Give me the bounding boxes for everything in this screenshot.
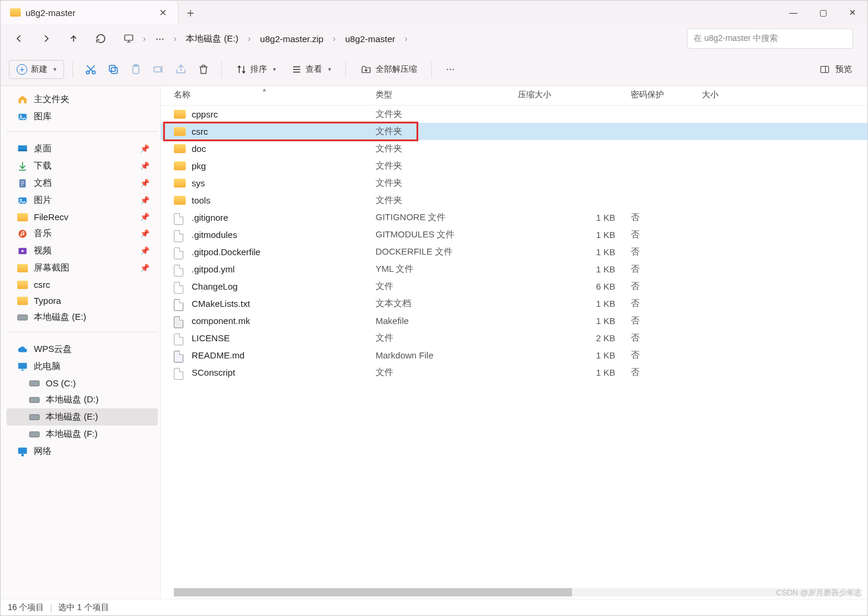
sidebar-item[interactable]: 屏幕截图📌 — [7, 259, 158, 277]
row-compressed-size: 2 KB — [518, 333, 631, 343]
breadcrumb-seg-2[interactable]: u8g2-master — [341, 31, 400, 46]
sidebar-item[interactable]: WPS云盘 — [7, 341, 158, 358]
svg-rect-7 — [154, 66, 161, 71]
table-row[interactable]: .gitignoreGITIGNORE 文件1 KB否 — [161, 209, 867, 226]
chevron-right-icon[interactable]: › — [246, 34, 253, 43]
row-name: .gitmodules — [192, 230, 237, 240]
sidebar-item[interactable]: 网络 — [7, 443, 158, 460]
sidebar-item[interactable]: 图库 — [7, 108, 158, 125]
minimize-button[interactable]: — — [778, 1, 808, 24]
copy-icon[interactable] — [104, 60, 123, 79]
table-row[interactable]: pkg文件夹 — [161, 157, 867, 174]
column-compressed-size[interactable]: 压缩大小 — [518, 90, 631, 100]
sidebar-item[interactable]: 桌面📌 — [7, 140, 158, 157]
row-type: Markdown File — [376, 350, 518, 360]
table-row[interactable]: SConscript文件1 KB否 — [161, 364, 867, 381]
column-name[interactable]: 名称▴ — [174, 90, 376, 100]
sidebar-item-label: 网络 — [34, 446, 52, 457]
row-compressed-size: 1 KB — [518, 230, 631, 240]
folder-icon — [17, 296, 28, 306]
row-type: 文件夹 — [376, 143, 518, 154]
sidebar-item[interactable]: 本地磁盘 (F:) — [7, 426, 158, 443]
table-row[interactable]: tools文件夹 — [161, 192, 867, 209]
table-row[interactable]: .gitmodulesGITMODULES 文件1 KB否 — [161, 226, 867, 243]
row-type: 文件 — [376, 281, 518, 292]
sidebar-item[interactable]: 本地磁盘 (E:) — [7, 408, 158, 426]
table-row[interactable]: component.mkMakefile1 KB否 — [161, 312, 867, 329]
table-row[interactable]: doc文件夹 — [161, 140, 867, 157]
column-password[interactable]: 密码保护 — [631, 90, 702, 100]
row-type: 文件夹 — [376, 160, 518, 172]
sidebar-item[interactable]: 主文件夹 — [7, 91, 158, 108]
table-row[interactable]: cppsrc文件夹 — [161, 106, 867, 123]
sidebar-item[interactable]: OS (C:) — [7, 375, 158, 391]
row-type: 文件夹 — [376, 177, 518, 189]
table-row[interactable]: .gitpod.DockerfileDOCKERFILE 文件1 KB否 — [161, 243, 867, 261]
preview-pane-button[interactable]: 预览 — [812, 61, 859, 78]
sort-button[interactable]: 排序 ▾ — [230, 61, 282, 78]
close-tab-icon[interactable]: ✕ — [157, 7, 168, 18]
sidebar-item[interactable]: FileRecv📌 — [7, 209, 158, 225]
table-row[interactable]: LICENSE文件2 KB否 — [161, 329, 867, 347]
table-row[interactable]: sys文件夹 — [161, 174, 867, 192]
maximize-button[interactable]: ▢ — [808, 1, 838, 24]
sidebar-item[interactable]: 音乐📌 — [7, 225, 158, 242]
table-row[interactable]: README.mdMarkdown File1 KB否 — [161, 347, 867, 364]
row-compressed-size: 1 KB — [518, 316, 631, 326]
rename-icon[interactable] — [149, 60, 168, 79]
sidebar-item[interactable]: 图片📌 — [7, 192, 158, 209]
column-size[interactable]: 大小 — [702, 90, 867, 100]
sidebar-item[interactable]: 视频📌 — [7, 242, 158, 259]
table-row[interactable]: ChangeLog文件6 KB否 — [161, 278, 867, 295]
sidebar-item[interactable]: 下载📌 — [7, 157, 158, 174]
desktop-icon — [17, 144, 28, 154]
chevron-right-icon[interactable]: › — [402, 34, 410, 43]
cut-icon[interactable] — [81, 60, 100, 79]
close-window-button[interactable]: ✕ — [838, 1, 867, 24]
sidebar-item[interactable]: Typora — [7, 293, 158, 309]
sidebar-item[interactable]: 文档📌 — [7, 174, 158, 192]
row-password: 否 — [631, 367, 702, 378]
table-row[interactable]: CMakeLists.txt文本文档1 KB否 — [161, 295, 867, 312]
horizontal-scrollbar[interactable] — [174, 588, 860, 596]
sidebar-item-label: 本地磁盘 (F:) — [46, 428, 98, 440]
sidebar-item[interactable]: 此电脑 — [7, 358, 158, 375]
scrollbar-thumb[interactable] — [174, 588, 572, 596]
view-button[interactable]: 查看 ▾ — [285, 61, 337, 78]
chevron-right-icon[interactable]: › — [141, 34, 148, 43]
breadcrumb-dots[interactable]: ⋯ — [151, 31, 169, 46]
status-selection: 选中 1 个项目 — [58, 602, 109, 613]
disk-icon — [29, 430, 40, 439]
column-type[interactable]: 类型 — [376, 90, 518, 100]
sidebar-item-label: 本地磁盘 (E:) — [34, 312, 86, 323]
extract-all-button[interactable]: 全部解压缩 — [354, 61, 423, 78]
breadcrumb: › ⋯ › 本地磁盘 (E:) › u8g2-master.zip › u8g2… — [119, 28, 675, 49]
refresh-button[interactable] — [88, 28, 113, 49]
row-type: Makefile — [376, 316, 518, 326]
search-input[interactable]: 在 u8g2-master 中搜索 — [687, 28, 853, 49]
tab-active[interactable]: u8g2-master ✕ — [1, 1, 179, 24]
pc-root-icon[interactable] — [119, 28, 138, 49]
up-button[interactable] — [61, 28, 86, 49]
back-button[interactable] — [7, 28, 31, 49]
svg-rect-3 — [112, 67, 117, 73]
sidebar[interactable]: 主文件夹图库 桌面📌下载📌文档📌图片📌FileRecv📌音乐📌视频📌屏幕截图📌c… — [1, 86, 161, 599]
new-tab-button[interactable]: ＋ — [179, 5, 202, 21]
table-row[interactable]: .gitpod.ymlYML 文件1 KB否 — [161, 261, 867, 278]
more-button[interactable]: ⋯ — [440, 61, 460, 78]
sidebar-item[interactable]: 本地磁盘 (D:) — [7, 391, 158, 408]
file-icon — [174, 334, 186, 343]
sidebar-item[interactable]: 本地磁盘 (E:) — [7, 309, 158, 326]
paste-icon[interactable] — [126, 60, 145, 79]
sidebar-item[interactable]: csrc — [7, 277, 158, 293]
new-button[interactable]: + 新建 ▾ — [9, 60, 64, 79]
breadcrumb-seg-0[interactable]: 本地磁盘 (E:) — [181, 31, 243, 47]
delete-icon[interactable] — [194, 60, 213, 79]
forward-button[interactable] — [34, 28, 59, 49]
chevron-right-icon[interactable]: › — [171, 34, 179, 43]
chevron-right-icon[interactable]: › — [330, 34, 338, 43]
table-row[interactable]: csrc文件夹 — [161, 123, 867, 140]
breadcrumb-seg-1[interactable]: u8g2-master.zip — [255, 31, 328, 46]
share-icon[interactable] — [171, 60, 190, 79]
row-type: 文件夹 — [376, 126, 518, 137]
